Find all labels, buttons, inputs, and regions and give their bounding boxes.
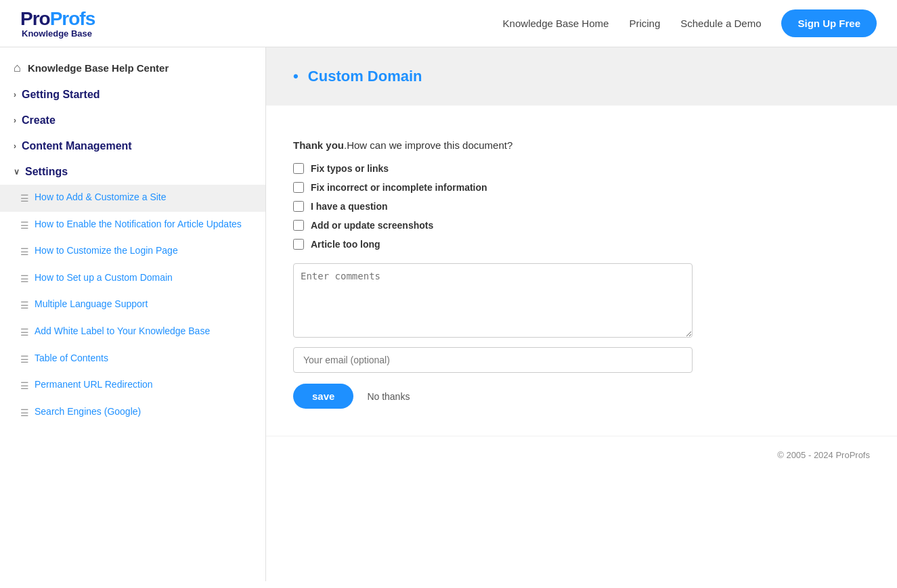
custom-domain-title: • Custom Domain [293, 68, 422, 85]
doc-icon: ☰ [20, 219, 29, 233]
sidebar-item-table-of-contents[interactable]: ☰ Table of Contents [0, 346, 265, 373]
sidebar-item-label: Add White Label to Your Knowledge Base [35, 325, 210, 338]
doc-icon: ☰ [20, 380, 29, 393]
feedback-title: Thank you.How can we improve this docume… [293, 139, 870, 151]
doc-icon: ☰ [20, 192, 29, 206]
logo-profs: Profs [50, 8, 95, 30]
checkbox-have-question[interactable]: I have a question [293, 201, 870, 212]
checkbox-have-question-label: I have a question [311, 201, 388, 212]
checkbox-too-long-label: Article too long [311, 239, 380, 250]
copyright: © 2005 - 2024 ProProfs [777, 450, 870, 460]
comments-textarea[interactable] [293, 263, 693, 338]
sidebar-category-getting-started[interactable]: › Getting Started [0, 82, 265, 108]
sidebar-item-label: How to Add & Customize a Site [35, 191, 167, 204]
doc-icon: ☰ [20, 299, 29, 313]
checkbox-fix-typos-label: Fix typos or links [311, 163, 389, 174]
doc-icon: ☰ [20, 326, 29, 340]
sidebar: ⌂ Knowledge Base Help Center › Getting S… [0, 47, 266, 581]
sidebar-category-content-management[interactable]: › Content Management [0, 133, 265, 159]
sidebar-item-label: How to Enable the Notification for Artic… [35, 218, 242, 231]
sidebar-item-notification-article[interactable]: ☰ How to Enable the Notification for Art… [0, 212, 265, 239]
category-label: Content Management [22, 140, 132, 152]
category-label: Getting Started [22, 89, 100, 101]
form-actions: save No thanks [293, 384, 870, 409]
bullet-icon: • [293, 68, 299, 85]
sidebar-item-white-label[interactable]: ☰ Add White Label to Your Knowledge Base [0, 319, 265, 346]
chevron-right-icon: › [14, 90, 16, 99]
doc-icon: ☰ [20, 273, 29, 286]
chevron-right-icon: › [14, 116, 16, 125]
nav-pricing[interactable]: Pricing [629, 18, 660, 29]
sidebar-category-settings[interactable]: ∨ Settings [0, 159, 265, 185]
doc-icon: ☰ [20, 407, 29, 420]
nav-demo[interactable]: Schedule a Demo [680, 18, 761, 29]
sidebar-item-custom-domain[interactable]: ☰ How to Set up a Custom Domain [0, 265, 265, 292]
nav-home[interactable]: Knowledge Base Home [503, 18, 609, 29]
checkbox-add-screenshots-input[interactable] [293, 220, 304, 231]
checkbox-fix-incorrect[interactable]: Fix incorrect or incomplete information [293, 182, 870, 193]
sidebar-item-label: How to Set up a Custom Domain [35, 271, 173, 285]
sidebar-item-add-customize-site[interactable]: ☰ How to Add & Customize a Site [0, 185, 265, 212]
sidebar-item-label: Permanent URL Redirection [35, 378, 153, 392]
sidebar-home[interactable]: ⌂ Knowledge Base Help Center [0, 54, 265, 82]
checkbox-too-long[interactable]: Article too long [293, 239, 870, 250]
logo-pro: Pro [20, 8, 50, 30]
footer: © 2005 - 2024 ProProfs [266, 436, 897, 474]
checkbox-fix-incorrect-label: Fix incorrect or incomplete information [311, 182, 487, 193]
sidebar-item-multilanguage[interactable]: ☰ Multiple Language Support [0, 292, 265, 319]
feedback-section: Thank you.How can we improve this docume… [266, 126, 897, 436]
doc-icon: ☰ [20, 353, 29, 367]
checkbox-add-screenshots-label: Add or update screenshots [311, 220, 433, 231]
home-icon: ⌂ [14, 61, 21, 75]
checkbox-add-screenshots[interactable]: Add or update screenshots [293, 220, 870, 231]
custom-domain-banner: • Custom Domain [266, 47, 897, 106]
sidebar-item-label: Search Engines (Google) [35, 405, 141, 419]
checkbox-too-long-input[interactable] [293, 239, 304, 250]
sidebar-category-create[interactable]: › Create [0, 108, 265, 133]
sidebar-item-label: Multiple Language Support [35, 298, 148, 311]
sidebar-item-permanent-url[interactable]: ☰ Permanent URL Redirection [0, 372, 265, 399]
nav: Knowledge Base Home Pricing Schedule a D… [503, 9, 877, 37]
no-thanks-link[interactable]: No thanks [367, 391, 410, 402]
checkbox-fix-typos[interactable]: Fix typos or links [293, 163, 870, 174]
checkbox-fix-incorrect-input[interactable] [293, 182, 304, 193]
signup-button[interactable]: Sign Up Free [781, 9, 877, 37]
logo-subtitle: Knowledge Base [22, 28, 95, 39]
main-content: • Custom Domain Thank you.How can we imp… [266, 47, 897, 581]
chevron-right-icon: › [14, 141, 16, 151]
sidebar-home-label: Knowledge Base Help Center [28, 62, 169, 74]
header: Pro Profs Knowledge Base Knowledge Base … [0, 0, 897, 47]
save-button[interactable]: save [293, 384, 353, 409]
email-input[interactable] [293, 347, 693, 373]
sidebar-item-search-engines[interactable]: ☰ Search Engines (Google) [0, 399, 265, 426]
checkbox-have-question-input[interactable] [293, 201, 304, 212]
logo: Pro Profs Knowledge Base [20, 8, 95, 39]
sidebar-item-label: How to Customize the Login Page [35, 244, 178, 258]
category-label: Settings [25, 166, 68, 178]
sidebar-item-customize-login[interactable]: ☰ How to Customize the Login Page [0, 238, 265, 265]
chevron-down-icon: ∨ [14, 167, 20, 177]
checkbox-group: Fix typos or links Fix incorrect or inco… [293, 163, 870, 250]
sidebar-item-label: Table of Contents [35, 352, 108, 365]
doc-icon: ☰ [20, 246, 29, 259]
page-layout: ⌂ Knowledge Base Help Center › Getting S… [0, 47, 897, 581]
checkbox-fix-typos-input[interactable] [293, 163, 304, 174]
category-label: Create [22, 114, 56, 127]
